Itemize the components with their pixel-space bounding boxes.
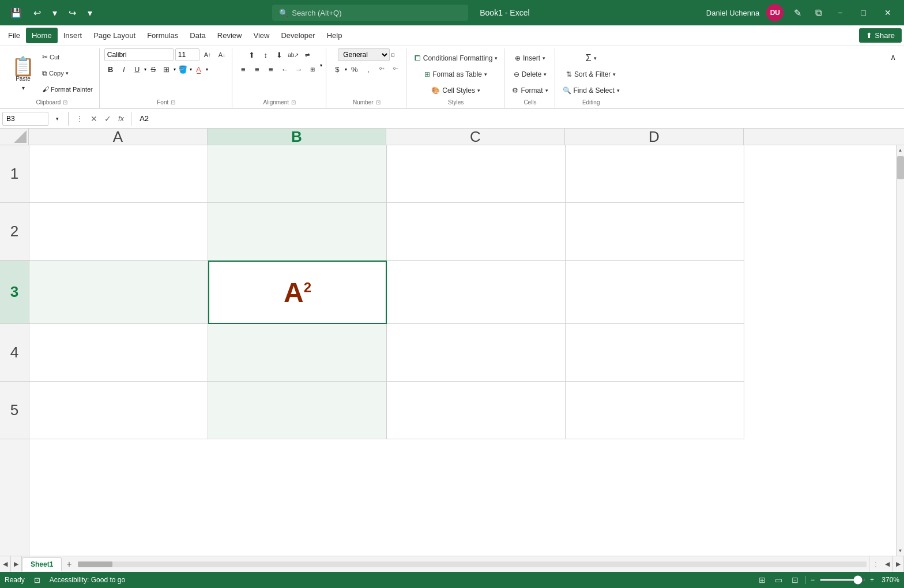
cell-A1[interactable] (29, 145, 208, 203)
cell-C4[interactable] (387, 324, 566, 382)
cell-A3[interactable] (29, 261, 208, 324)
cell-D2[interactable] (566, 203, 744, 261)
col-header-B[interactable]: B (208, 129, 386, 145)
menu-item-review[interactable]: Review (212, 28, 248, 43)
select-all-button[interactable] (0, 129, 29, 145)
comma-button[interactable]: , (362, 63, 375, 76)
col-header-A[interactable]: A (29, 129, 208, 145)
border-dropdown[interactable]: ▾ (174, 67, 176, 72)
underline-button[interactable]: U (131, 63, 144, 76)
format-dropdown[interactable]: ▾ (545, 88, 548, 93)
cell-B2[interactable] (208, 203, 387, 261)
alignment-expand[interactable]: ⊡ (291, 99, 296, 105)
wrap-text-button[interactable]: ⇌ (301, 48, 314, 61)
col-header-D[interactable]: D (565, 129, 744, 145)
percent-button[interactable]: % (348, 63, 361, 76)
format-button[interactable]: ⚙ Format ▾ (509, 83, 551, 98)
copy-button[interactable]: ⧉ Copy ▾ (39, 66, 96, 81)
cell-B4[interactable] (208, 324, 387, 382)
scroll-up-button[interactable]: ▲ (897, 145, 905, 155)
format-as-table-dropdown[interactable]: ▾ (484, 71, 487, 77)
cell-A4[interactable] (29, 324, 208, 382)
menu-item-page-layout[interactable]: Page Layout (88, 28, 141, 43)
page-break-view-button[interactable]: ⊡ (789, 574, 801, 586)
border-button[interactable]: ⊞ (160, 63, 173, 76)
italic-button[interactable]: I (118, 63, 130, 76)
dec-dec-button[interactable]: ⁰⁻ (390, 63, 402, 76)
indent-dec-button[interactable]: ← (278, 63, 291, 76)
font-color-dropdown[interactable]: ▾ (206, 67, 208, 72)
restore-button[interactable]: ⧉ (812, 5, 825, 20)
page-layout-view-button[interactable]: ▭ (773, 574, 785, 586)
cancel-formula-button[interactable]: ✕ (88, 113, 100, 125)
conditional-formatting-button[interactable]: ⧠ Conditional Formatting ▾ (411, 51, 501, 66)
zoom-slider[interactable] (819, 579, 865, 581)
cell-ref-dropdown[interactable]: ▾ (51, 112, 63, 125)
font-color-button[interactable]: A̲ (193, 63, 205, 76)
cell-A2[interactable] (29, 203, 208, 261)
redo-button[interactable]: ↪ (65, 5, 80, 21)
row-header-3[interactable]: 3 (0, 261, 29, 324)
align-right-button[interactable]: ≡ (265, 63, 277, 76)
save-button[interactable]: 💾 (7, 5, 25, 21)
scroll-track[interactable] (897, 155, 904, 546)
minimize-button[interactable]: − (832, 6, 848, 20)
collapse-ribbon-button[interactable]: ∧ (887, 51, 899, 63)
vertical-scrollbar[interactable]: ▲ ▼ (896, 145, 904, 556)
cell-styles-dropdown[interactable]: ▾ (477, 88, 480, 93)
scroll-left-button[interactable]: ◀ (882, 556, 893, 572)
align-left-button[interactable]: ≡ (237, 63, 250, 76)
align-middle-button[interactable]: ↕ (259, 48, 272, 61)
cell-ref-input[interactable] (2, 112, 48, 126)
font-expand[interactable]: ⊡ (171, 99, 175, 105)
orientation-button[interactable]: ab↗ (287, 48, 300, 61)
row-header-5[interactable]: 5 (0, 382, 29, 439)
cell-D1[interactable] (566, 145, 744, 203)
menu-item-home[interactable]: Home (26, 28, 58, 43)
row-header-1[interactable]: 1 (0, 145, 29, 203)
menu-item-developer[interactable]: Developer (275, 28, 321, 43)
font-name-input[interactable] (104, 48, 174, 61)
increase-font-button[interactable]: A↑ (201, 48, 214, 61)
cell-D5[interactable] (566, 382, 744, 439)
cell-C5[interactable] (387, 382, 566, 439)
fill-dropdown[interactable]: ▾ (190, 67, 192, 72)
decrease-font-button[interactable]: A↓ (216, 48, 228, 61)
menu-item-view[interactable]: View (247, 28, 275, 43)
confirm-formula-button[interactable]: ✓ (102, 113, 114, 125)
cell-D4[interactable] (566, 324, 744, 382)
add-sheet-button[interactable]: + (63, 559, 75, 570)
cell-B5[interactable] (208, 382, 387, 439)
dollar-button[interactable]: $ (331, 63, 344, 76)
autosum-dropdown[interactable]: ▾ (594, 55, 597, 61)
close-button[interactable]: ✕ (879, 6, 897, 20)
find-select-dropdown[interactable]: ▾ (617, 88, 620, 93)
bold-button[interactable]: B (104, 63, 117, 76)
delete-dropdown[interactable]: ▾ (544, 71, 547, 77)
number-expand[interactable]: ⊡ (376, 99, 381, 105)
find-select-button[interactable]: 🔍 Find & Select ▾ (560, 83, 623, 98)
share-button[interactable]: ⬆ Share (859, 28, 902, 43)
paste-button[interactable]: 📋 Paste (8, 55, 38, 84)
undo-button[interactable]: ↩ (30, 5, 44, 21)
formula-input[interactable] (136, 112, 902, 126)
insert-button[interactable]: ⊕ Insert ▾ (512, 51, 548, 66)
sheet-nav-next[interactable]: ▶ (11, 556, 22, 572)
number-format-select[interactable]: General Number Currency Accounting Short… (338, 48, 390, 61)
sheet-tab-sheet1[interactable]: Sheet1 (22, 557, 62, 571)
scroll-thumb[interactable] (897, 156, 904, 179)
format-painter-button[interactable]: 🖌 Format Painter (39, 82, 96, 97)
row-header-4[interactable]: 4 (0, 324, 29, 382)
scroll-right-button[interactable]: ▶ (893, 556, 904, 572)
scroll-down-button[interactable]: ▼ (897, 546, 905, 556)
number-expand-icon[interactable]: ⊡ (391, 52, 395, 58)
menu-item-help[interactable]: Help (321, 28, 348, 43)
cell-styles-button[interactable]: 🎨 Cell Styles ▾ (428, 83, 483, 98)
user-avatar[interactable]: DU (766, 4, 784, 21)
conditional-formatting-dropdown[interactable]: ▾ (495, 55, 498, 61)
menu-item-file[interactable]: File (2, 28, 26, 43)
h-scroll-thumb[interactable] (78, 561, 112, 567)
cell-C3[interactable] (387, 261, 566, 324)
customize-ribbon-button[interactable]: ✎ (790, 5, 805, 21)
clipboard-expand[interactable]: ⊡ (63, 99, 67, 105)
